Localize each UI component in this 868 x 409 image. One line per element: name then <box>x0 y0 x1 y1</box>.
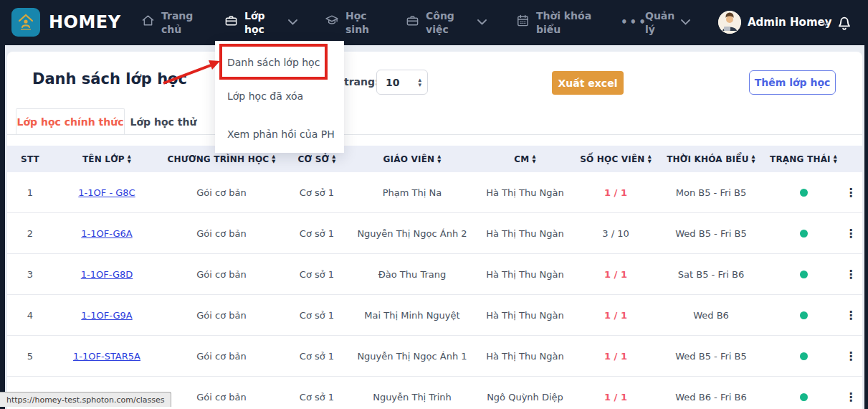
col-cm[interactable]: CM▲▼ <box>473 154 577 164</box>
row-student-count: 1 / 1 <box>577 310 654 321</box>
browser-status-url: https://homey-test.sphoton.com/classes <box>0 392 171 407</box>
export-excel-button[interactable]: Xuất excel <box>552 71 624 95</box>
class-name-link[interactable]: 1-1OF-STAR5A <box>73 351 140 362</box>
row-stt: 5 <box>7 351 53 362</box>
row-schedule: Wed B6 - Fri B6 <box>654 392 768 403</box>
row-campus: Cơ sở 1 <box>282 269 351 280</box>
calendar-icon <box>516 14 530 27</box>
row-stt: 2 <box>7 228 53 239</box>
row-campus: Cơ sở 1 <box>282 187 351 198</box>
sort-icon[interactable]: ▲▼ <box>437 154 441 163</box>
kebab-menu-icon[interactable]: ⋮ <box>845 349 857 363</box>
chevron-down-icon[interactable] <box>288 19 297 25</box>
nav-item-thoi-khoa-bieu[interactable]: Thời khóa biểu <box>516 9 592 37</box>
per-page-input[interactable] <box>386 77 410 88</box>
row-schedule: Wed B5 - Fri B5 <box>654 228 768 239</box>
row-cm: Hà Thị Thu Ngàn <box>473 310 577 321</box>
nav-item-trang-chu[interactable]: Trang chủ <box>141 9 196 37</box>
chevron-down-icon[interactable] <box>681 19 690 25</box>
class-name-link[interactable]: 1-1OF-G9A <box>81 310 132 321</box>
col-chuong-trinh-hoc[interactable]: CHƯƠNG TRÌNH HỌC▲▼ <box>161 154 282 164</box>
per-page-label: trang: <box>344 76 379 88</box>
nav-label: Trang chủ <box>161 9 196 37</box>
col-co-so[interactable]: CƠ SỞ▲▼ <box>282 154 351 164</box>
status-active-dot <box>800 189 808 197</box>
stepper-arrows-icon[interactable]: ▴▾ <box>418 77 421 88</box>
col-thoi-khoa-bieu[interactable]: THỜI KHÓA BIỂU▲▼ <box>654 154 768 164</box>
per-page-stepper[interactable]: ▴▾ <box>376 70 428 95</box>
sort-icon[interactable]: ▲▼ <box>332 154 335 163</box>
row-teacher: Nguyễn Thị Trinh <box>351 392 473 403</box>
row-stt: 3 <box>7 269 53 280</box>
brand-title: HOMEY <box>49 12 121 32</box>
homey-logo-icon <box>16 12 36 32</box>
nav-item-cong-viec[interactable]: Công việc <box>406 9 459 37</box>
col-stt[interactable]: STT <box>7 154 53 164</box>
nav-item-quan-ly[interactable]: Quản lý <box>645 9 674 37</box>
nav-item-lop-hoc[interactable]: Lớp học <box>224 9 269 37</box>
sort-icon[interactable]: ▲▼ <box>752 154 755 163</box>
table-row: 2 1-1OF-G6A Gói cơ bản Cơ sở 1 Nguyễn Th… <box>7 213 862 254</box>
menu-item-danh-sach-lop-hoc[interactable]: Danh sách lớp học <box>227 54 320 71</box>
row-teacher: Mai Thị Minh Nguyệt <box>351 310 473 321</box>
row-student-count: 1 / 1 <box>577 392 654 403</box>
tab-lop-hoc-thu[interactable]: Lớp học thử <box>125 108 202 135</box>
briefcase-icon <box>224 14 238 27</box>
row-student-count: 1 / 1 <box>577 187 654 198</box>
table-header-row: STT TÊN LỚP▲▼ CHƯƠNG TRÌNH HỌC▲▼ CƠ SỞ▲▼… <box>7 146 862 172</box>
kebab-menu-icon[interactable]: ⋮ <box>845 309 857 322</box>
row-schedule: Wed B5 - Fri B5 <box>654 351 768 362</box>
table-row: 1 1-1OF - G8C Gói cơ bản Cơ sở 1 Phạm Th… <box>7 172 862 213</box>
homey-logo[interactable] <box>11 8 40 37</box>
class-name-link[interactable]: 1-1OF-G8D <box>81 269 133 280</box>
user-menu[interactable]: Admin Homey <box>748 16 831 29</box>
chevron-down-icon[interactable] <box>822 22 829 26</box>
kebab-menu-icon[interactable]: ⋮ <box>845 186 857 199</box>
class-name-link[interactable]: 1-1OF - G8C <box>78 187 135 198</box>
row-student-count: 1 / 1 <box>577 269 654 280</box>
avatar[interactable] <box>718 11 741 34</box>
notification-bell-icon[interactable] <box>835 13 854 32</box>
nav-label: Công việc <box>426 9 459 37</box>
kebab-menu-icon[interactable]: ⋮ <box>845 390 857 404</box>
row-program: Gói cơ bản <box>161 392 282 403</box>
row-stt: 1 <box>7 187 53 198</box>
row-teacher: Nguyễn Thị Ngọc Ánh 2 <box>351 228 473 239</box>
row-stt: 4 <box>7 310 53 321</box>
row-campus: Cơ sở 1 <box>282 392 351 403</box>
sort-icon[interactable]: ▲▼ <box>834 154 837 163</box>
add-class-button[interactable]: Thêm lớp học <box>749 70 836 95</box>
row-cm: Hà Thị Thu Ngàn <box>473 351 577 362</box>
sort-icon[interactable]: ▲▼ <box>128 154 131 163</box>
row-cm: Hà Thị Thu Ngàn <box>473 269 577 280</box>
content-card: Danh sách lớp học trang: ▴▾ Xuất excel T… <box>7 52 862 409</box>
col-so-hoc-vien[interactable]: SỐ HỌC VIÊN▲▼ <box>577 154 654 164</box>
lop-hoc-dropdown-menu: Danh sách lớp học Lớp học đã xóa Xem phả… <box>215 41 344 153</box>
sort-icon[interactable]: ▲▼ <box>648 154 652 163</box>
col-giao-vien[interactable]: GIÁO VIÊN▲▼ <box>351 154 473 164</box>
sort-icon[interactable]: ▲▼ <box>272 154 275 163</box>
tabs-divider <box>7 134 862 135</box>
col-trang-thai[interactable]: TRẠNG THÁI▲▼ <box>768 154 839 164</box>
row-program: Gói cơ bản <box>161 228 282 239</box>
chevron-down-icon[interactable] <box>477 19 487 25</box>
nav-label: Quản lý <box>645 9 674 37</box>
kebab-menu-icon[interactable]: ⋮ <box>845 227 857 240</box>
col-ten-lop[interactable]: TÊN LỚP▲▼ <box>53 154 161 164</box>
menu-item-xem-phan-hoi[interactable]: Xem phản hồi của PH <box>227 126 335 143</box>
nav-item-hoc-sinh[interactable]: Học sinh <box>325 9 371 37</box>
kebab-menu-icon[interactable]: ⋮ <box>845 268 857 281</box>
nav-overflow-ellipsis-icon[interactable]: ••• <box>621 16 648 29</box>
class-name-link[interactable]: 1-1OF-G6A <box>81 228 132 239</box>
table-row: 4 1-1OF-G9A Gói cơ bản Cơ sở 1 Mai Thị M… <box>7 295 862 336</box>
row-cm: Hà Thị Thu Ngàn <box>473 187 577 198</box>
status-active-dot <box>800 230 808 238</box>
tab-lop-hoc-chinh-thuc[interactable]: Lớp học chính thức <box>16 108 125 135</box>
status-active-dot <box>800 352 808 360</box>
row-program: Gói cơ bản <box>161 187 282 198</box>
status-active-dot <box>800 393 808 401</box>
menu-item-lop-hoc-da-xoa[interactable]: Lớp học đã xóa <box>227 88 303 105</box>
table-body: 1 1-1OF - G8C Gói cơ bản Cơ sở 1 Phạm Th… <box>7 172 862 409</box>
nav-label: Lớp học <box>244 9 269 37</box>
sort-icon[interactable]: ▲▼ <box>532 154 535 163</box>
